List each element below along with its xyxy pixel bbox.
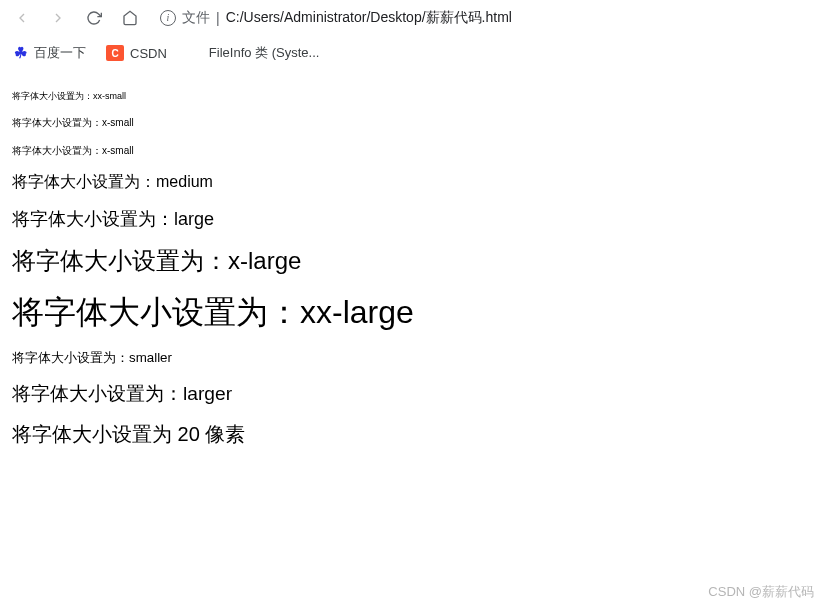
text-line: 将字体大小设置为：smaller: [12, 349, 812, 367]
text-line: 将字体大小设置为：xx-small: [12, 90, 812, 102]
bookmark-csdn[interactable]: C CSDN: [106, 45, 167, 61]
watermark: CSDN @薪薪代码: [708, 583, 814, 601]
info-icon: i: [160, 10, 176, 26]
text-line: 将字体大小设置为：large: [12, 207, 812, 231]
bookmark-baidu[interactable]: ☘ 百度一下: [12, 44, 86, 62]
bookmark-label: CSDN: [130, 46, 167, 61]
bookmark-label: 百度一下: [34, 44, 86, 62]
text-line: 将字体大小设置为：larger: [12, 381, 812, 407]
address-bar[interactable]: i 文件 | C:/Users/Administrator/Desktop/薪薪…: [152, 4, 816, 32]
home-button[interactable]: [116, 4, 144, 32]
reload-button[interactable]: [80, 4, 108, 32]
microsoft-icon: [187, 45, 203, 61]
bookmark-label: FileInfo 类 (Syste...: [209, 44, 320, 62]
back-button[interactable]: [8, 4, 36, 32]
browser-toolbar: i 文件 | C:/Users/Administrator/Desktop/薪薪…: [0, 0, 824, 36]
text-line: 将字体大小设置为：x-small: [12, 144, 812, 158]
address-path: C:/Users/Administrator/Desktop/薪薪代码.html: [226, 9, 512, 27]
baidu-icon: ☘: [12, 45, 28, 61]
text-line: 将字体大小设置为：medium: [12, 171, 812, 193]
address-prefix: 文件 |: [182, 9, 220, 27]
bookmarks-bar: ☘ 百度一下 C CSDN FileInfo 类 (Syste...: [0, 36, 824, 70]
text-line: 将字体大小设置为：xx-large: [12, 291, 812, 334]
text-line: 将字体大小设置为：x-small: [12, 116, 812, 130]
bookmark-fileinfo[interactable]: FileInfo 类 (Syste...: [187, 44, 320, 62]
text-line: 将字体大小设置为：x-large: [12, 245, 812, 277]
csdn-icon: C: [106, 45, 124, 61]
text-line: 将字体大小设置为 20 像素: [12, 421, 812, 448]
page-content: 将字体大小设置为：xx-small 将字体大小设置为：x-small 将字体大小…: [0, 70, 824, 468]
forward-button[interactable]: [44, 4, 72, 32]
